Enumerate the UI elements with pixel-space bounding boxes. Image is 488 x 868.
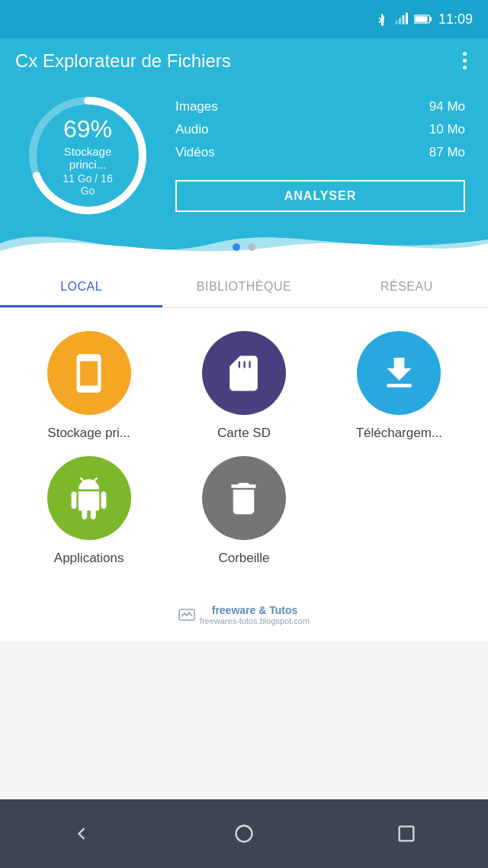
page-indicator [233, 243, 255, 251]
trash-icon [202, 456, 286, 540]
storage-label: Stockage pri... [47, 426, 130, 441]
bluetooth-icon [374, 12, 388, 26]
download-item[interactable]: Téléchargem... [326, 331, 473, 441]
watermark-line1: freeware & Tutos [200, 604, 310, 616]
videos-label: Vidéos [175, 145, 215, 160]
tab-reseau[interactable]: RÉSEAU [326, 266, 488, 307]
stat-videos: Vidéos 87 Mo [175, 145, 465, 160]
status-icons: 11:09 [374, 11, 473, 27]
applications-icon [47, 456, 131, 540]
bottom-nav [0, 799, 488, 868]
svg-point-12 [236, 826, 252, 842]
dot-2 [248, 243, 255, 251]
app-header: Cx Explorateur de Fichiers [0, 38, 488, 83]
battery-icon [414, 14, 432, 24]
status-time: 11:09 [438, 11, 473, 27]
storage-percent: 69% [56, 115, 120, 143]
more-menu-button[interactable] [457, 49, 473, 72]
watermark-text: freeware & Tutos freewares-tutos.blogspo… [200, 604, 310, 625]
applications-item[interactable]: Applications [15, 456, 162, 566]
app-title: Cx Explorateur de Fichiers [15, 50, 231, 72]
videos-value: 87 Mo [429, 145, 465, 160]
tab-local[interactable]: LOCAL [0, 266, 162, 307]
svg-rect-5 [406, 13, 408, 24]
storage-sublabel: 11 Go / 16 Go [56, 172, 120, 197]
file-grid: Stockage pri... Carte SD Téléchargem... [15, 331, 473, 566]
download-icon [357, 331, 441, 415]
svg-rect-8 [415, 16, 427, 22]
dot-1 [233, 243, 240, 251]
storage-circle: 69% Stockage princi... 11 Go / 16 Go [23, 91, 152, 220]
analyse-button[interactable]: ANALYSER [175, 180, 465, 212]
svg-rect-3 [399, 18, 401, 24]
watermark-logo: freeware & Tutos freewares-tutos.blogspo… [178, 604, 310, 625]
storage-icon [47, 331, 131, 415]
tab-bar: LOCAL BIBLIOTHÈQUE RÉSEAU [0, 266, 488, 308]
images-value: 94 Mo [429, 99, 465, 114]
storage-item[interactable]: Stockage pri... [15, 331, 162, 441]
back-button[interactable] [66, 818, 97, 849]
signal-icon [394, 12, 408, 26]
status-bar: 11:09 [0, 0, 488, 38]
storage-content: 69% Stockage princi... 11 Go / 16 Go Ima… [23, 91, 465, 220]
images-label: Images [175, 99, 218, 114]
storage-label: Stockage princi... [56, 145, 120, 171]
watermark: freeware & Tutos freewares-tutos.blogspo… [0, 589, 488, 641]
trash-label: Corbeille [218, 551, 269, 566]
svg-rect-2 [395, 21, 397, 24]
svg-rect-13 [400, 827, 414, 841]
audio-value: 10 Mo [429, 122, 465, 137]
applications-label: Applications [54, 551, 124, 566]
circle-text: 69% Stockage princi... 11 Go / 16 Go [56, 115, 120, 197]
svg-rect-4 [402, 15, 404, 24]
download-label: Téléchargem... [356, 426, 442, 441]
local-grid: Stockage pri... Carte SD Téléchargem... [0, 308, 488, 589]
svg-rect-7 [430, 17, 432, 21]
sd-item[interactable]: Carte SD [170, 331, 317, 441]
tab-bibliotheque[interactable]: BIBLIOTHÈQUE [162, 266, 325, 307]
sd-label: Carte SD [217, 426, 271, 441]
home-button[interactable] [229, 818, 259, 849]
trash-item[interactable]: Corbeille [170, 456, 317, 566]
sd-icon [202, 331, 286, 415]
audio-label: Audio [175, 122, 208, 137]
storage-section: 69% Stockage princi... 11 Go / 16 Go Ima… [0, 83, 488, 266]
stat-audio: Audio 10 Mo [175, 122, 465, 137]
storage-stats: Images 94 Mo Audio 10 Mo Vidéos 87 Mo AN… [175, 99, 465, 212]
watermark-icon [178, 609, 195, 621]
watermark-line2: freewares-tutos.blogspot.com [200, 616, 310, 625]
recent-button[interactable] [391, 818, 422, 849]
stat-images: Images 94 Mo [175, 99, 465, 114]
